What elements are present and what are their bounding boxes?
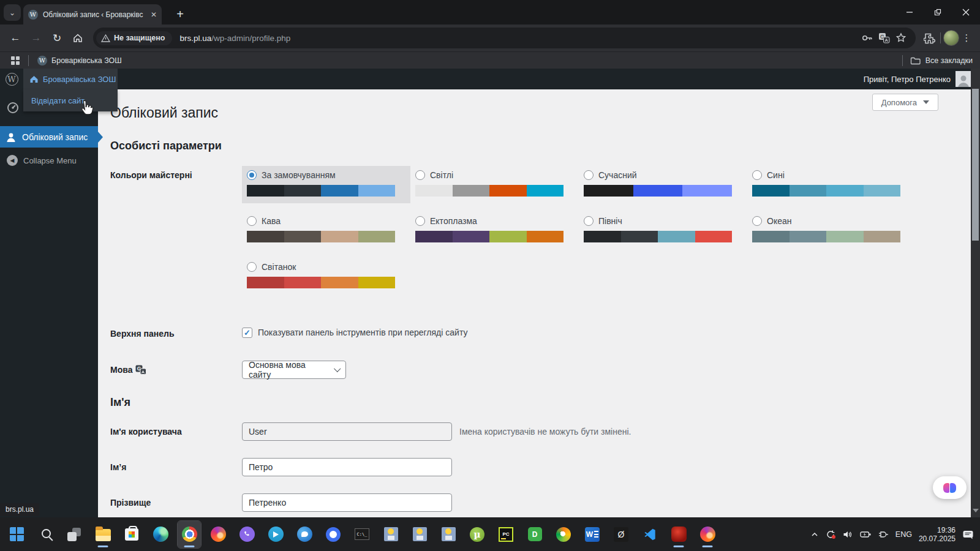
taskbar-icon-disk-app-2[interactable] (408, 521, 431, 548)
color-scheme-option-ocean[interactable]: Океан (747, 212, 916, 249)
adminbar-site-menu[interactable]: Броварківська ЗОШ (23, 69, 118, 89)
help-button[interactable]: Допомога (872, 94, 938, 111)
radio-default[interactable] (247, 170, 257, 180)
taskbar-icon-edge[interactable] (149, 521, 172, 548)
scrollbar-down-arrow[interactable] (973, 509, 979, 515)
tab-search-button[interactable]: ⌄ (4, 4, 21, 21)
tray-notification-icon[interactable] (962, 530, 974, 539)
color-scheme-option-sunrise[interactable]: Світанок (242, 258, 410, 295)
taskbar-icon-disk-app-3[interactable] (437, 521, 460, 548)
browser-profile-avatar[interactable] (943, 30, 959, 46)
tab-close-icon[interactable]: ✕ (151, 10, 157, 19)
back-icon[interactable]: ← (5, 28, 26, 48)
radio-sunrise[interactable] (247, 262, 257, 272)
radio-ectoplasm[interactable] (415, 216, 425, 226)
home-icon[interactable] (67, 28, 88, 48)
tray-battery-icon[interactable] (860, 531, 872, 538)
taskbar-icon-chrome[interactable] (178, 521, 201, 548)
color-scheme-option-coffee[interactable]: Кава (242, 212, 410, 249)
browser-tab[interactable]: W Обліковий запис ‹ Броварківс ✕ (23, 4, 162, 24)
taskbar-icon-null-app[interactable]: Ø (609, 521, 633, 548)
taskbar-icon-terminal[interactable]: C:\_ (350, 521, 374, 548)
reload-icon[interactable]: ↻ (47, 28, 67, 48)
wp-logo-menu[interactable]: W (0, 69, 23, 89)
dashboard-gauge-icon (7, 102, 19, 114)
radio-blue[interactable] (752, 170, 762, 180)
taskbar-icon-thunderbird[interactable] (293, 521, 316, 548)
taskbar-icon-red-app[interactable] (667, 521, 690, 548)
not-secure-badge[interactable]: Не защищено (96, 31, 172, 45)
tray-chevron-up-icon[interactable] (810, 531, 819, 538)
color-scheme-option-light[interactable]: Світлі (410, 166, 579, 203)
bookmark-star-icon[interactable] (892, 29, 910, 47)
color-swatches (247, 185, 395, 197)
radio-light[interactable] (415, 170, 425, 180)
color-scheme-name: Сучасний (598, 170, 637, 180)
radio-modern[interactable] (584, 170, 594, 180)
thunderbird-icon (297, 527, 312, 542)
taskbar-icon-utorrent[interactable]: µ (466, 521, 489, 548)
adminbar-greeting[interactable]: Привіт, Петро Петренко (864, 75, 951, 84)
tray-plug-icon[interactable] (878, 530, 889, 539)
taskbar-icon-word[interactable]: W (581, 521, 604, 548)
color-scheme-option-blue[interactable]: Сині (747, 166, 916, 203)
tray-language[interactable]: ENG (895, 530, 912, 539)
radio-midnight[interactable] (584, 216, 594, 226)
dashboard-menu-item[interactable] (7, 102, 19, 114)
address-bar[interactable]: Не защищено brs.pl.ua/wp-admin/profile.p… (93, 28, 916, 48)
taskbar-icon-file-explorer[interactable] (91, 521, 115, 548)
extensions-puzzle-icon[interactable] (921, 29, 938, 47)
lastname-input[interactable] (242, 493, 452, 512)
taskbar-icon-ms-store[interactable] (120, 521, 143, 548)
telegram-icon (268, 527, 284, 542)
tray-clock[interactable]: 19:36 20.07.2025 (919, 526, 956, 543)
tray-volume-icon[interactable] (843, 530, 853, 539)
taskbar-icon-search[interactable] (34, 521, 57, 548)
taskbar-icon-disk-app-1[interactable] (379, 521, 402, 548)
apps-grid-icon[interactable] (11, 56, 20, 65)
username-input[interactable] (242, 422, 452, 441)
taskbar-icon-pycharm[interactable]: PC (494, 521, 518, 548)
radio-coffee[interactable] (247, 216, 257, 226)
utorrent-icon: µ (470, 527, 484, 542)
color-scheme-option-default[interactable]: За замовчуванням (242, 166, 410, 203)
translate-icon[interactable]: G (875, 29, 892, 47)
taskbar-icon-vscode[interactable] (638, 521, 662, 548)
all-bookmarks-button[interactable]: Все закладки (925, 56, 973, 65)
folder-icon (910, 56, 921, 65)
collapse-menu-button[interactable]: ◀ Collapse Menu (0, 151, 98, 170)
taskbar-icon-telegram[interactable] (264, 521, 287, 548)
new-tab-button[interactable]: + (172, 6, 189, 23)
taskbar-icon-start[interactable] (5, 521, 28, 548)
taskbar-icon-blue-app[interactable] (322, 521, 345, 548)
bookmark-site[interactable]: W Броварківська ЗОШ (37, 56, 122, 66)
page-scrollbar[interactable] (971, 69, 980, 517)
window-restore-button[interactable] (924, 0, 952, 24)
extension-overlay-button[interactable] (933, 476, 967, 499)
visit-site-menu-item[interactable]: Відвідати сайт (23, 89, 118, 111)
page-title: Обліковий запис (110, 104, 971, 122)
taskbar-icon-d-app[interactable]: D (523, 521, 546, 548)
color-scheme-option-ectoplasm[interactable]: Ектоплазма (410, 212, 579, 249)
sidebar-item-profile[interactable]: Обліковий запис (0, 126, 98, 148)
user-avatar[interactable] (956, 71, 971, 87)
scrollbar-thumb[interactable] (972, 89, 979, 241)
window-close-button[interactable] (952, 0, 980, 24)
taskbar-icon-firefox-2[interactable] (696, 521, 719, 548)
taskbar-icon-firefox[interactable] (206, 521, 230, 548)
taskbar-icon-viber[interactable] (235, 521, 258, 548)
radio-ocean[interactable] (752, 216, 762, 226)
show-toolbar-option[interactable]: ✓ Показувати панель інструментів при пер… (242, 324, 467, 338)
password-key-icon[interactable] (858, 29, 875, 47)
language-select[interactable]: Основна мова сайту (242, 361, 346, 379)
tray-sync-icon[interactable] (826, 530, 836, 539)
window-minimize-button[interactable] (895, 0, 924, 24)
forward-icon[interactable]: → (26, 28, 47, 48)
browser-menu-icon[interactable]: ⋮ (959, 32, 974, 43)
taskbar-icon-task-view[interactable] (62, 521, 86, 548)
color-scheme-option-modern[interactable]: Сучасний (579, 166, 747, 203)
firstname-input[interactable] (242, 458, 452, 476)
toolbar-checkbox[interactable]: ✓ (242, 328, 252, 338)
taskbar-icon-orange-app[interactable] (552, 521, 575, 548)
color-scheme-option-midnight[interactable]: Північ (579, 212, 747, 249)
